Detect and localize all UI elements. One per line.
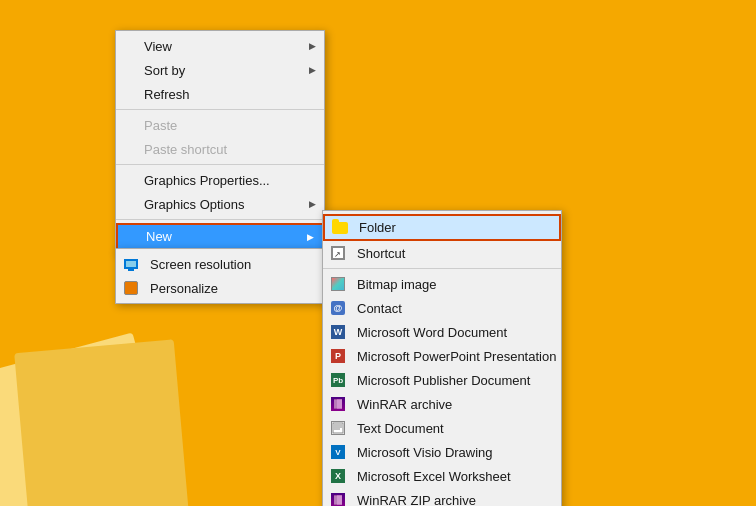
submenu-item-contact[interactable]: @ Contact — [323, 296, 561, 320]
submenu-new: Folder Shortcut Bitmap image @ Contact W… — [322, 210, 562, 506]
svg-rect-11 — [337, 495, 342, 505]
shortcut-icon — [329, 244, 347, 262]
submenu-item-zip[interactable]: WinRAR ZIP archive — [323, 488, 561, 506]
context-menu: View Sort by Refresh Paste Paste shortcu… — [115, 30, 325, 254]
separator-1 — [116, 109, 324, 110]
menu-item-screen-resolution[interactable]: Screen resolution — [116, 252, 324, 276]
excel-icon: X — [329, 467, 347, 485]
menu-item-sort-by[interactable]: Sort by — [116, 58, 324, 82]
menu-item-graphics-options[interactable]: Graphics Options — [116, 192, 324, 216]
submenu-item-excel[interactable]: X Microsoft Excel Worksheet — [323, 464, 561, 488]
menu-item-paste[interactable]: Paste — [116, 113, 324, 137]
submenu-item-word[interactable]: W Microsoft Word Document — [323, 320, 561, 344]
menu-item-refresh[interactable]: Refresh — [116, 82, 324, 106]
word-icon: W — [329, 323, 347, 341]
submenu-item-shortcut[interactable]: Shortcut — [323, 241, 561, 265]
bottom-context-menu: Screen resolution Personalize — [115, 248, 325, 304]
submenu-item-visio[interactable]: V Microsoft Visio Drawing — [323, 440, 561, 464]
submenu-item-folder[interactable]: Folder — [323, 214, 561, 241]
svg-rect-10 — [334, 495, 337, 505]
menu-item-view[interactable]: View — [116, 34, 324, 58]
monitor-icon — [122, 255, 140, 273]
menu-item-personalize[interactable]: Personalize — [116, 276, 324, 300]
visio-icon: V — [329, 443, 347, 461]
bitmap-icon — [329, 275, 347, 293]
bg-decoration-2 — [14, 339, 189, 506]
svg-rect-1 — [337, 399, 342, 409]
contact-icon: @ — [329, 299, 347, 317]
paint-icon — [122, 279, 140, 297]
rar-icon — [329, 395, 347, 413]
submenu-item-bitmap[interactable]: Bitmap image — [323, 272, 561, 296]
folder-icon — [331, 219, 349, 237]
submenu-item-text[interactable]: Text Document — [323, 416, 561, 440]
zip-icon — [329, 491, 347, 506]
menu-item-new[interactable]: New — [116, 223, 324, 250]
separator-3 — [116, 219, 324, 220]
publisher-icon: Pb — [329, 371, 347, 389]
submenu-separator-1 — [323, 268, 561, 269]
text-icon — [329, 419, 347, 437]
separator-2 — [116, 164, 324, 165]
menu-item-graphics-properties[interactable]: Graphics Properties... — [116, 168, 324, 192]
submenu-item-rar[interactable]: WinRAR archive — [323, 392, 561, 416]
svg-rect-0 — [334, 399, 337, 409]
ppt-icon: P — [329, 347, 347, 365]
submenu-item-publisher[interactable]: Pb Microsoft Publisher Document — [323, 368, 561, 392]
menu-item-paste-shortcut[interactable]: Paste shortcut — [116, 137, 324, 161]
submenu-item-ppt[interactable]: P Microsoft PowerPoint Presentation — [323, 344, 561, 368]
